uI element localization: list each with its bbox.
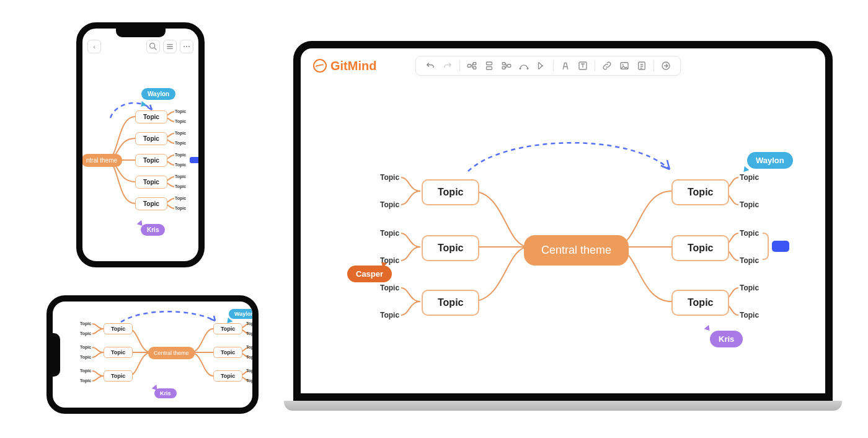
subtopic-label[interactable]: Topic — [740, 200, 759, 209]
subtopic-label[interactable]: Topic — [80, 345, 91, 349]
topic-node[interactable]: Topic — [135, 197, 167, 210]
cursor-badge-kris: Kris — [710, 331, 743, 347]
subtopic-label[interactable]: Topic — [175, 163, 186, 167]
more-icon[interactable] — [180, 40, 193, 53]
svg-point-5 — [184, 46, 185, 47]
topic-node[interactable]: Topic — [104, 370, 133, 382]
subtopic-label[interactable]: Topic — [175, 153, 186, 157]
parent-icon[interactable] — [501, 60, 512, 71]
topic-node[interactable]: Topic — [104, 347, 133, 358]
topic-node[interactable]: Topic — [671, 290, 729, 316]
subtopic-label[interactable]: Topic — [175, 196, 186, 200]
share-icon[interactable] — [660, 60, 671, 71]
format-icon[interactable] — [560, 60, 571, 71]
svg-point-6 — [186, 46, 187, 47]
mindmap-canvas[interactable]: Central theme Topic Topic Topic Topic To… — [61, 306, 249, 403]
svg-rect-13 — [508, 65, 511, 68]
svg-rect-14 — [503, 63, 506, 65]
subtopic-label[interactable]: Topic — [175, 184, 186, 189]
topic-node[interactable]: Topic — [135, 110, 167, 123]
subtopic-label[interactable]: Topic — [246, 331, 257, 336]
subtopic-label[interactable]: Topic — [246, 355, 257, 359]
subtopic-label[interactable]: Topic — [175, 109, 186, 114]
svg-rect-11 — [487, 62, 492, 65]
central-node[interactable]: Central theme — [148, 347, 195, 359]
undo-icon[interactable] — [425, 60, 436, 71]
app-logo[interactable]: GitMind — [313, 59, 376, 73]
summary-chip[interactable] — [190, 157, 200, 163]
svg-rect-15 — [503, 67, 506, 69]
subtopic-label[interactable]: Topic — [380, 173, 399, 182]
summary-chip[interactable] — [772, 241, 789, 252]
subtopic-label[interactable]: Topic — [740, 256, 759, 265]
subtopic-label[interactable]: Topic — [380, 311, 399, 320]
phone-landscape-device: Central theme Topic Topic Topic Topic To… — [46, 295, 259, 414]
image-icon[interactable] — [619, 60, 630, 71]
app-header: GitMind — [301, 48, 825, 83]
brand-name: GitMind — [330, 59, 376, 73]
subtopic-label[interactable]: Topic — [175, 119, 186, 123]
toolbar-divider — [459, 60, 460, 71]
topic-node[interactable]: Topic — [213, 323, 242, 334]
subtopic-label[interactable]: Topic — [175, 141, 186, 145]
topic-node[interactable]: Topic — [135, 176, 167, 189]
topic-node[interactable]: Topic — [135, 132, 167, 145]
back-button[interactable]: ‹ — [87, 40, 101, 53]
topic-node[interactable]: Topic — [422, 235, 479, 261]
topic-node[interactable]: Topic — [671, 179, 729, 205]
toolbar-divider — [553, 60, 554, 71]
topic-node[interactable]: Topic — [422, 290, 479, 316]
topic-node[interactable]: Topic — [671, 235, 729, 261]
subtopic-label[interactable]: Topic — [740, 229, 759, 238]
note-icon[interactable] — [636, 60, 647, 71]
subtopic-label[interactable]: Topic — [740, 173, 759, 182]
central-node[interactable]: ntral theme — [81, 154, 122, 167]
topic-node[interactable]: Topic — [135, 154, 167, 167]
sibling-icon[interactable] — [484, 60, 495, 71]
cursor-badge-waylon: Waylon — [229, 309, 259, 319]
cursor-badge-casper: Casper — [347, 266, 392, 282]
subtopic-label[interactable]: Topic — [246, 378, 257, 383]
topic-node[interactable]: Topic — [104, 323, 133, 334]
subtopic-label[interactable]: Topic — [175, 174, 186, 179]
topic-node[interactable]: Topic — [422, 179, 479, 205]
mindmap-canvas[interactable]: ntral theme Topic Topic Topic Topic Topi… — [82, 62, 198, 261]
subtopic-label[interactable]: Topic — [740, 284, 759, 292]
subtopic-label[interactable]: Topic — [380, 229, 399, 238]
toolbar-divider — [653, 60, 654, 71]
subtopic-icon[interactable] — [466, 60, 477, 71]
mindmap-canvas[interactable]: Central theme Topic Topic Topic Topic To… — [301, 95, 825, 393]
subtopic-label[interactable]: Topic — [175, 131, 186, 135]
summary-bracket — [763, 233, 769, 260]
subtopic-label[interactable]: Topic — [246, 345, 257, 349]
cursor-badge-waylon: Waylon — [747, 152, 793, 169]
subtopic-label[interactable]: Topic — [80, 378, 91, 383]
redo-icon[interactable] — [442, 60, 453, 71]
topic-node[interactable]: Topic — [213, 347, 242, 358]
svg-point-20 — [622, 64, 624, 65]
text-icon[interactable] — [577, 60, 588, 71]
search-icon[interactable] — [146, 40, 160, 53]
laptop-device: GitMind — [293, 41, 833, 426]
subtopic-label[interactable]: Topic — [380, 200, 399, 209]
subtopic-label[interactable]: Topic — [80, 355, 91, 359]
list-icon[interactable] — [163, 40, 177, 53]
subtopic-label[interactable]: Topic — [740, 311, 759, 320]
subtopic-label[interactable]: Topic — [246, 369, 257, 373]
cursor-badge-waylon: Waylon — [141, 88, 175, 100]
subtopic-label[interactable]: Topic — [80, 321, 91, 326]
subtopic-label[interactable]: Topic — [175, 206, 186, 210]
central-node[interactable]: Central theme — [524, 235, 629, 266]
summary-icon[interactable] — [536, 60, 547, 71]
subtopic-label[interactable]: Topic — [380, 284, 399, 292]
app-window: GitMind — [293, 41, 833, 401]
svg-point-0 — [150, 43, 155, 48]
svg-point-7 — [188, 46, 190, 47]
subtopic-label[interactable]: Topic — [80, 331, 91, 336]
subtopic-label[interactable]: Topic — [246, 321, 257, 326]
topic-node[interactable]: Topic — [213, 370, 242, 382]
subtopic-label[interactable]: Topic — [80, 369, 91, 373]
link-icon[interactable] — [601, 60, 613, 71]
toolbar-divider — [595, 60, 595, 71]
relation-icon[interactable] — [518, 60, 529, 71]
